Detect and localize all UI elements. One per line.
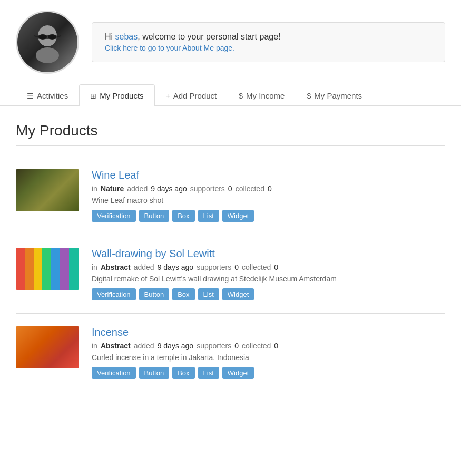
- category-wall-drawing: Abstract: [101, 263, 131, 271]
- plus-icon: +: [166, 92, 170, 100]
- product-info-wine-leaf: Wine Leaf in Nature added 9 days ago sup…: [92, 169, 445, 222]
- product-item-wall-drawing: Wall-drawing by Sol Lewitt in Abstract a…: [16, 235, 445, 314]
- category-incense: Abstract: [101, 342, 131, 350]
- badge-widget-3[interactable]: Widget: [222, 367, 254, 379]
- tab-bar: ☰ Activities ⊞ My Products + Add Product…: [0, 84, 461, 106]
- product-info-incense: Incense in Abstract added 9 days ago sup…: [92, 326, 445, 379]
- tab-add-product-label: Add Product: [173, 91, 217, 100]
- supporters-label-3: supporters: [197, 342, 231, 350]
- badge-widget-1[interactable]: Widget: [222, 210, 254, 222]
- avatar-image: [17, 11, 77, 74]
- product-meta-wall-drawing: in Abstract added 9 days ago supporters …: [92, 263, 445, 271]
- supporters-count-wine-leaf: 0: [228, 184, 232, 193]
- svg-point-2: [38, 34, 47, 40]
- badge-box-1[interactable]: Box: [172, 210, 194, 222]
- svg-point-6: [36, 47, 59, 63]
- added-time-wine-leaf: 9 days ago: [151, 184, 187, 193]
- in-label-2: in: [92, 263, 97, 271]
- collected-label-1: collected: [236, 184, 264, 193]
- added-label-3: added: [134, 342, 154, 350]
- page-title: My Products: [16, 122, 445, 146]
- svg-line-4: [34, 36, 38, 37]
- tab-activities[interactable]: ☰ Activities: [16, 84, 79, 106]
- product-list: Wine Leaf in Nature added 9 days ago sup…: [16, 157, 445, 392]
- tab-my-products[interactable]: ⊞ My Products: [79, 84, 154, 106]
- product-item-wine-leaf: Wine Leaf in Nature added 9 days ago sup…: [16, 157, 445, 235]
- collected-count-incense: 0: [274, 342, 278, 350]
- dollar-payments-icon: $: [307, 92, 311, 100]
- collected-label-2: collected: [242, 263, 271, 271]
- added-time-incense: 9 days ago: [158, 342, 194, 350]
- badge-widget-2[interactable]: Widget: [222, 288, 254, 300]
- category-wine-leaf: Nature: [101, 184, 124, 193]
- svg-point-3: [48, 34, 56, 40]
- tab-add-product[interactable]: + Add Product: [155, 84, 228, 106]
- added-label-1: added: [127, 184, 148, 193]
- tab-my-payments[interactable]: $ My Payments: [296, 84, 373, 106]
- dollar-income-icon: $: [239, 92, 243, 100]
- product-description-wine-leaf: Wine Leaf macro shot: [92, 196, 445, 205]
- tab-my-income[interactable]: $ My Income: [228, 84, 296, 106]
- in-label-1: in: [92, 184, 97, 193]
- in-label-3: in: [92, 342, 97, 350]
- product-info-wall-drawing: Wall-drawing by Sol Lewitt in Abstract a…: [92, 248, 445, 300]
- tab-my-payments-label: My Payments: [314, 91, 362, 100]
- about-me-link[interactable]: Click here to go to your About Me page.: [105, 44, 432, 52]
- badge-verification-1[interactable]: Verification: [92, 210, 136, 222]
- product-name-wall-drawing[interactable]: Wall-drawing by Sol Lewitt: [92, 248, 215, 259]
- badge-list-3[interactable]: List: [198, 367, 219, 379]
- tab-my-products-label: My Products: [100, 91, 143, 100]
- svg-line-5: [57, 36, 61, 37]
- collected-label-3: collected: [242, 342, 271, 350]
- tab-my-income-label: My Income: [246, 91, 285, 100]
- tab-activities-label: Activities: [37, 91, 68, 100]
- product-meta-incense: in Abstract added 9 days ago supporters …: [92, 342, 445, 350]
- greeting-prefix: Hi: [105, 32, 115, 41]
- product-name-incense[interactable]: Incense: [92, 326, 129, 338]
- added-label-2: added: [134, 263, 154, 271]
- badge-box-2[interactable]: Box: [172, 288, 194, 300]
- badge-verification-3[interactable]: Verification: [92, 367, 136, 379]
- product-image-incense: [16, 326, 79, 368]
- greeting-suffix: , welcome to your personal start page!: [138, 32, 280, 41]
- page-content: My Products Wine Leaf in Nature added 9 …: [0, 106, 461, 408]
- added-time-wall-drawing: 9 days ago: [158, 263, 194, 271]
- product-badges-wall-drawing: Verification Button Box List Widget: [92, 288, 445, 300]
- avatar: [16, 11, 79, 74]
- product-badges-wine-leaf: Verification Button Box List Widget: [92, 210, 445, 222]
- greeting-text: Hi sebas, welcome to your personal start…: [105, 32, 432, 42]
- product-badges-incense: Verification Button Box List Widget: [92, 367, 445, 379]
- username-link[interactable]: sebas: [115, 32, 138, 41]
- grid-icon: ⊞: [90, 92, 96, 100]
- supporters-label-1: supporters: [190, 184, 225, 193]
- product-name-wine-leaf[interactable]: Wine Leaf: [92, 169, 139, 181]
- collected-count-wine-leaf: 0: [268, 184, 272, 193]
- list-icon: ☰: [27, 92, 34, 100]
- badge-box-3[interactable]: Box: [172, 367, 194, 379]
- badge-button-3[interactable]: Button: [139, 367, 170, 379]
- supporters-count-incense: 0: [234, 342, 239, 350]
- product-meta-wine-leaf: in Nature added 9 days ago supporters 0 …: [92, 184, 445, 193]
- product-image-wall-drawing: [16, 248, 79, 290]
- collected-count-wall-drawing: 0: [274, 263, 278, 271]
- product-item-incense: Incense in Abstract added 9 days ago sup…: [16, 314, 445, 392]
- supporters-count-wall-drawing: 0: [234, 263, 239, 271]
- badge-button-1[interactable]: Button: [139, 210, 170, 222]
- badge-list-1[interactable]: List: [198, 210, 219, 222]
- badge-verification-2[interactable]: Verification: [92, 288, 136, 300]
- badge-button-2[interactable]: Button: [139, 288, 170, 300]
- header: Hi sebas, welcome to your personal start…: [0, 0, 461, 84]
- supporters-label-2: supporters: [197, 263, 231, 271]
- product-description-incense: Curled incense in a temple in Jakarta, I…: [92, 353, 445, 362]
- welcome-box: Hi sebas, welcome to your personal start…: [92, 22, 445, 62]
- badge-list-2[interactable]: List: [198, 288, 219, 300]
- product-image-wine-leaf: [16, 169, 79, 211]
- product-description-wall-drawing: Digital remake of Sol Lewitt's wall draw…: [92, 275, 445, 283]
